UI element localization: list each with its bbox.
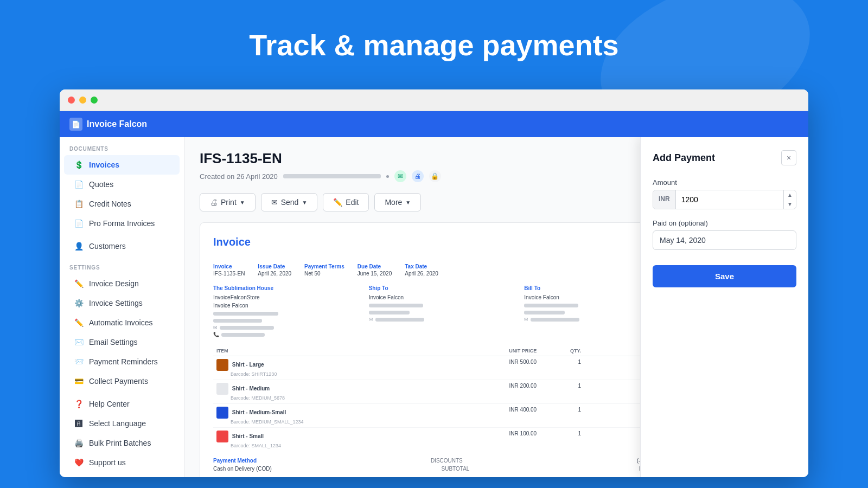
print-icon: 🖨	[210, 198, 218, 207]
print-label: Print	[221, 198, 237, 207]
invoice-settings-icon: ⚙️	[74, 298, 84, 308]
sidebar-item-email-settings-label: Email Settings	[89, 338, 137, 346]
sidebar: Documents 💲 Invoices 📄 Quotes 📋 Credit N…	[60, 137, 184, 477]
invoice-panel: IFS-1135-EN Created on 26 April 2020 ✉ 🖨…	[184, 137, 700, 477]
sidebar-item-payment-reminders[interactable]: 📨 Payment Reminders	[64, 352, 180, 371]
automatic-invoices-icon: ✏️	[74, 318, 84, 328]
meta-dot	[386, 175, 389, 178]
sidebar-item-bulk-print[interactable]: 🖨️ Bulk Print Batches	[64, 433, 180, 453]
sidebar-item-customers[interactable]: 👤 Customers	[64, 236, 180, 256]
amount-input[interactable]	[676, 190, 783, 209]
email-status-icon[interactable]: ✉	[394, 170, 406, 182]
email-settings-icon: ✉️	[74, 337, 84, 347]
sidebar-item-help[interactable]: ❓ Help Center	[64, 394, 180, 414]
amount-spinner: ▲ ▼	[783, 190, 796, 209]
more-button[interactable]: More ▼	[374, 193, 421, 211]
doc-parties: The Sublimation House InvoiceFalconStore…	[213, 285, 671, 337]
invoice-blurred-id	[283, 174, 381, 178]
sidebar-item-pro-forma-label: Pro Forma Invoices	[89, 219, 155, 228]
print-button[interactable]: 🖨 Print ▼	[200, 193, 256, 211]
hero-banner: Track & manage payments	[0, 0, 868, 89]
main-layout: Documents 💲 Invoices 📄 Quotes 📋 Credit N…	[60, 137, 808, 477]
send-button[interactable]: ✉ Send ▼	[261, 193, 318, 211]
save-button[interactable]: Save	[653, 265, 796, 287]
item-2-qty: 1	[540, 380, 584, 404]
doc-meta-due-date: Due Date June 15, 2020	[358, 264, 392, 277]
from-phone-blur	[221, 333, 265, 337]
invoice-document: Invoice Invoice IFS-1135-EN	[200, 222, 685, 477]
app-name: Invoice Falcon	[87, 119, 147, 129]
amount-input-wrap: INR ▲ ▼	[653, 190, 796, 209]
discounts-label: DISCOUNTS	[431, 458, 463, 464]
hero-title: Track & manage payments	[249, 28, 618, 62]
more-label: More	[385, 198, 402, 207]
sidebar-item-pro-forma[interactable]: 📄 Pro Forma Invoices	[64, 214, 180, 233]
sidebar-item-automatic-invoices-label: Automatic Invoices	[89, 318, 153, 327]
item-1-qty: 1	[540, 356, 584, 380]
collect-payments-icon: 💳	[74, 376, 84, 386]
send-label: Send	[281, 198, 299, 207]
sidebar-item-bulk-print-label: Bulk Print Batches	[89, 439, 151, 447]
content-area: IFS-1135-EN Created on 26 April 2020 ✉ 🖨…	[184, 137, 808, 477]
paid-on-input[interactable]	[653, 230, 796, 250]
action-row: 🖨 Print ▼ ✉ Send ▼ ✏️ Edit More	[200, 193, 685, 211]
sidebar-item-automatic-invoices[interactable]: ✏️ Automatic Invoices	[64, 313, 180, 332]
customers-icon: 👤	[74, 241, 84, 251]
overlay-title: Add Payment	[653, 152, 715, 164]
item-4-price: INR 100.00	[452, 428, 540, 452]
edit-button[interactable]: ✏️ Edit	[323, 193, 369, 211]
overlay-header: Add Payment ×	[653, 150, 796, 165]
sidebar-item-invoice-settings-label: Invoice Settings	[89, 299, 143, 307]
help-icon: ❓	[74, 399, 84, 409]
doc-meta-tax-date: Tax Date April 26, 2020	[405, 264, 438, 277]
more-chevron-icon: ▼	[405, 200, 411, 206]
sidebar-item-support[interactable]: ❤️ Support us	[64, 453, 180, 472]
item-4-qty: 1	[540, 428, 584, 452]
sidebar-item-collect-payments[interactable]: 💳 Collect Payments	[64, 371, 180, 391]
invoices-icon: 💲	[74, 160, 84, 170]
sidebar-item-language[interactable]: 🅰 Select Language	[64, 414, 180, 433]
send-chevron-icon: ▼	[302, 200, 307, 206]
table-row: Shirt - Medium Barcode: MEDIUM_5678 INR …	[213, 380, 671, 404]
ship-email-blur	[375, 318, 424, 322]
close-window-button[interactable]	[68, 97, 75, 104]
item-2: Shirt - Medium Barcode: MEDIUM_5678	[213, 380, 452, 404]
app-logo[interactable]: 📄 Invoice Falcon	[69, 118, 147, 131]
title-bar	[60, 89, 808, 111]
sidebar-item-quotes[interactable]: 📄 Quotes	[64, 175, 180, 194]
overlay-close-button[interactable]: ×	[781, 150, 796, 165]
from-address-blur2	[213, 319, 262, 323]
maximize-window-button[interactable]	[91, 97, 98, 104]
payment-method-value: Cash on Delivery (COD)	[213, 466, 272, 472]
doc-title: Invoice	[213, 236, 251, 248]
lock-status-icon[interactable]: 🔒	[429, 170, 441, 182]
pro-forma-icon: 📄	[74, 219, 84, 228]
sidebar-item-credit-notes[interactable]: 📋 Credit Notes	[64, 194, 180, 214]
sidebar-item-collect-payments-label: Collect Payments	[89, 377, 148, 386]
sidebar-item-email-settings[interactable]: ✉️ Email Settings	[64, 332, 180, 352]
doc-summary: Payment Method DISCOUNTS (-) INR 200.00 …	[213, 458, 671, 472]
sidebar-item-invoice-design[interactable]: ✏️ Invoice Design	[64, 274, 180, 293]
payment-reminders-icon: 📨	[74, 357, 84, 367]
amount-decrement[interactable]: ▼	[784, 200, 796, 209]
bulk-print-icon: 🖨️	[74, 438, 84, 448]
item-3-qty: 1	[540, 404, 584, 428]
sidebar-item-invoices[interactable]: 💲 Invoices	[64, 155, 180, 175]
amount-increment[interactable]: ▲	[784, 190, 796, 200]
credit-notes-icon: 📋	[74, 199, 84, 209]
print-status-icon[interactable]: 🖨	[412, 170, 424, 182]
item-3-price: INR 400.00	[452, 404, 540, 428]
doc-meta-payment-terms: Payment Terms Net 50	[304, 264, 344, 277]
item-1: Shirt - Large Barcode: SHIRT1230	[213, 356, 452, 380]
doc-meta-row: Invoice IFS-1135-EN Issue Date April 26,…	[213, 264, 671, 277]
from-email-blur	[220, 326, 274, 330]
sidebar-item-customers-label: Customers	[89, 242, 126, 251]
col-qty: Qty.	[540, 346, 584, 356]
sidebar-item-language-label: Select Language	[89, 419, 146, 428]
sidebar-item-invoice-settings[interactable]: ⚙️ Invoice Settings	[64, 293, 180, 313]
minimize-window-button[interactable]	[79, 97, 86, 104]
print-chevron-icon: ▼	[240, 200, 245, 206]
quotes-icon: 📄	[74, 179, 84, 189]
bill-address-blur2	[524, 311, 565, 314]
doc-header: Invoice	[213, 236, 671, 255]
